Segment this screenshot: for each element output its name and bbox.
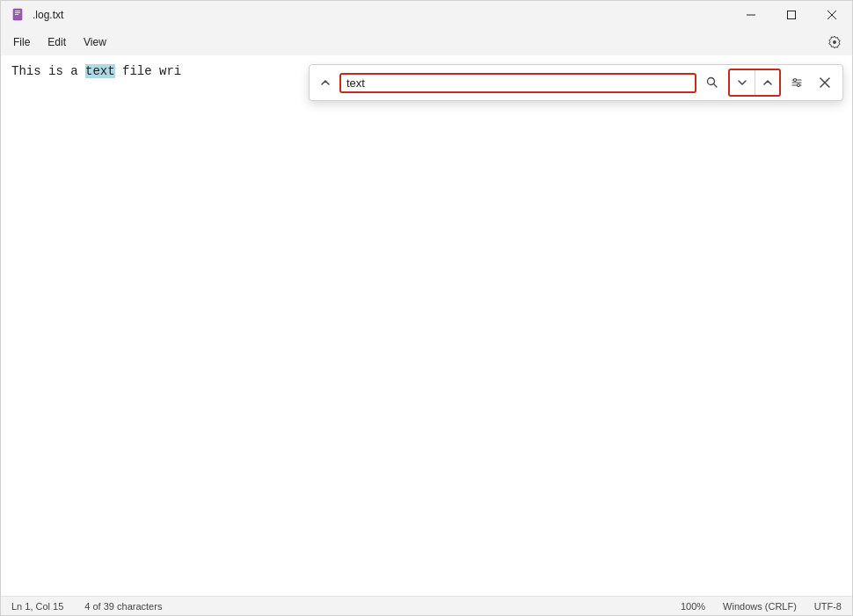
text-after: file wri (115, 64, 182, 78)
app-icon (11, 8, 26, 22)
svg-rect-3 (15, 14, 18, 15)
svg-point-14 (798, 84, 800, 87)
text-highlight: text (85, 64, 115, 78)
find-input[interactable] (346, 76, 689, 90)
svg-rect-2 (15, 12, 20, 13)
maximize-button[interactable] (771, 1, 812, 29)
svg-rect-1 (15, 11, 20, 11)
settings-button[interactable] (820, 30, 849, 54)
window-title: .log.txt (33, 9, 731, 21)
find-close-button[interactable] (813, 70, 837, 95)
char-count: 4 of 39 characters (84, 601, 162, 612)
text-before: This is a (11, 64, 85, 78)
find-search-icon[interactable] (700, 70, 725, 95)
svg-rect-5 (788, 11, 796, 19)
find-bar (309, 64, 843, 101)
zoom-level[interactable]: 100% (681, 601, 705, 612)
status-bar: Ln 1, Col 15 4 of 39 characters 100% Win… (1, 596, 852, 615)
menu-file[interactable]: File (4, 33, 39, 52)
encoding[interactable]: UTF-8 (814, 601, 842, 612)
editor-area[interactable]: This is a text file wri (1, 55, 852, 596)
menu-bar: File Edit View (1, 29, 852, 55)
find-options-button[interactable] (784, 70, 809, 95)
cursor-position: Ln 1, Col 15 (11, 601, 63, 612)
status-right: 100% Windows (CRLF) UTF-8 (681, 601, 842, 612)
line-ending[interactable]: Windows (CRLF) (723, 601, 797, 612)
svg-point-13 (794, 79, 797, 82)
svg-line-9 (714, 84, 718, 88)
find-nav-group (728, 69, 781, 97)
close-button[interactable] (812, 1, 852, 29)
menu-edit[interactable]: Edit (39, 33, 75, 52)
menu-view[interactable]: View (75, 33, 115, 52)
find-collapse-button[interactable] (315, 72, 336, 93)
window-controls (731, 1, 852, 29)
main-window: .log.txt File Edit View (0, 0, 853, 616)
find-input-wrapper (339, 73, 696, 93)
title-bar: .log.txt (1, 1, 852, 29)
minimize-button[interactable] (731, 1, 771, 29)
find-prev-button[interactable] (755, 70, 779, 95)
find-next-button[interactable] (730, 70, 755, 95)
